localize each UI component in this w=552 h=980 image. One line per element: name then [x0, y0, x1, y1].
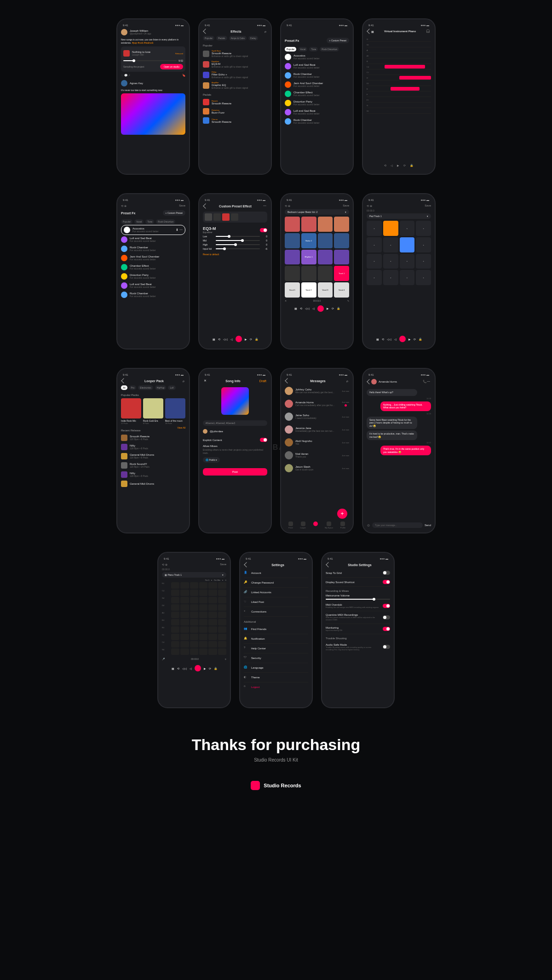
release-item[interactable]: Nifty128 Bpm • 8 Pads: [121, 470, 185, 479]
effect-tabs[interactable]: PopularPedalsAmps & CabsDelay: [203, 35, 267, 41]
message-item[interactable]: Jason SlashGet in touch soonJust now: [285, 462, 349, 475]
seq-cell[interactable]: [180, 590, 189, 596]
beat-pad[interactable]: [285, 266, 300, 281]
seq-cell[interactable]: [208, 582, 217, 589]
seq-cell[interactable]: [190, 582, 198, 589]
seq-cell[interactable]: [199, 597, 207, 603]
seq-cell[interactable]: [199, 590, 207, 596]
settings-item[interactable]: 👥Find Friends: [244, 625, 308, 634]
pad[interactable]: +: [416, 237, 431, 252]
preset-item[interactable]: Rock ChamberFor acoustic sound better: [285, 117, 349, 126]
seq-cell[interactable]: [180, 604, 189, 611]
beat-pad[interactable]: Rhythm 1: [301, 250, 316, 265]
preset-item[interactable]: Distortion PartyFor acoustic sound bette…: [121, 272, 185, 281]
seq-cell[interactable]: [199, 612, 207, 618]
preset-item[interactable]: Lofi and Sad BeatFor acoustic sound bett…: [121, 281, 185, 290]
pad[interactable]: +: [400, 254, 415, 269]
settings-item[interactable]: 🛡Security: [244, 653, 308, 663]
seq-cell[interactable]: [171, 604, 179, 611]
pad[interactable]: +: [416, 254, 431, 269]
beat-pad[interactable]: [334, 217, 349, 232]
eq-toggle[interactable]: [260, 228, 267, 232]
pad[interactable]: +: [416, 221, 431, 236]
seq-cell[interactable]: [218, 597, 226, 603]
seq-cell[interactable]: [180, 597, 189, 603]
pad[interactable]: +: [367, 221, 382, 236]
settings-item[interactable]: 👤Account: [244, 568, 308, 578]
beat-pad[interactable]: Vocal 3: [318, 282, 333, 298]
seq-cell[interactable]: [190, 626, 198, 633]
beat-pad[interactable]: [285, 250, 300, 265]
preset-item[interactable]: Lofi and Sad BeatFor acoustic sound bett…: [285, 108, 349, 117]
reset-button[interactable]: Reset to default: [203, 253, 267, 256]
preset-item[interactable]: Chamber EffectFor acoustic sound better: [285, 89, 349, 98]
seq-cell[interactable]: [190, 590, 198, 596]
pack-card[interactable]: Indie Rock Mix12 Pads: [121, 398, 141, 424]
settings-item[interactable]: +Connections: [244, 607, 308, 617]
seq-cell[interactable]: [208, 590, 217, 596]
beat-pad[interactable]: [334, 250, 349, 265]
beat-pad[interactable]: [285, 217, 300, 232]
release-item[interactable]: Smooth Reeeze120 Bpm • 8 Pads: [121, 433, 185, 442]
beat-pad[interactable]: [301, 217, 316, 232]
send-button[interactable]: Send: [425, 524, 431, 527]
seq-cell[interactable]: [180, 619, 189, 625]
beat-pad[interactable]: [285, 233, 300, 248]
effect-item[interactable]: AmplifierGraphic EQEnhance or adds gift …: [203, 80, 267, 91]
seq-cell[interactable]: [218, 590, 226, 596]
seq-cell[interactable]: [208, 648, 217, 655]
release-item[interactable]: Nifty128 Bpm • 8 Pads: [121, 442, 185, 452]
beat-pad[interactable]: Vocal 2: [301, 282, 316, 298]
preset-item[interactable]: Distortion PartyFor acoustic sound bette…: [285, 98, 349, 108]
seq-cell[interactable]: [208, 604, 217, 611]
preset-item[interactable]: Lofi and Sad BeatFor acoustic sound bett…: [121, 235, 185, 244]
seq-cell[interactable]: [190, 648, 198, 655]
seq-cell[interactable]: [208, 597, 217, 603]
beat-pad[interactable]: [318, 266, 333, 281]
message-item[interactable]: Nial HeranThank youJust now: [285, 449, 349, 462]
seq-cell[interactable]: [180, 626, 189, 633]
preset-item[interactable]: Lofi and Sad BeatFor acoustic sound bett…: [285, 62, 349, 71]
settings-item[interactable]: ◐Theme: [244, 673, 308, 682]
release-item[interactable]: Rock Sound!!!120 Bpm • 24 Pads: [121, 461, 185, 470]
beat-pad[interactable]: [318, 233, 333, 248]
open-studio-button[interactable]: Open on studio: [160, 64, 183, 69]
pack-card[interactable]: Rock Gold Era8 Pads: [143, 398, 163, 424]
seq-cell[interactable]: [218, 634, 226, 640]
search-icon[interactable]: ⌕: [346, 379, 348, 383]
seq-cell[interactable]: [180, 634, 189, 640]
seq-cell[interactable]: [218, 626, 226, 633]
seq-cell[interactable]: [190, 612, 198, 618]
message-input[interactable]: Type your message...: [372, 522, 423, 528]
seq-cell[interactable]: [171, 619, 179, 625]
pad[interactable]: +: [367, 254, 382, 269]
post-author-2[interactable]: Agnes Key: [121, 79, 185, 88]
seq-cell[interactable]: [171, 612, 179, 618]
pad[interactable]: +: [367, 237, 382, 252]
pad[interactable]: +: [400, 270, 415, 285]
seq-cell[interactable]: [171, 648, 179, 655]
pedal-item[interactable]: DistortionBuzz Fuzz: [203, 107, 267, 116]
search-icon[interactable]: ⌕: [264, 30, 266, 33]
seq-cell[interactable]: [171, 634, 179, 640]
seq-cell[interactable]: [190, 634, 198, 640]
message-item[interactable]: Amanda HornsCall me immediately after yo…: [285, 397, 349, 410]
seq-cell[interactable]: [218, 582, 226, 589]
effect-item[interactable]: Synth BassSmooth ReeezeEnhance or adds g…: [203, 48, 267, 59]
seq-cell[interactable]: [180, 648, 189, 655]
seq-cell[interactable]: [199, 626, 207, 633]
preset-item[interactable]: Rock ChamberFor acoustic sound better: [121, 290, 185, 299]
preset-item[interactable]: Jazz And Soul ChamberFor acoustic sound …: [285, 80, 349, 89]
custom-preset-button[interactable]: + Custom Preset: [327, 38, 349, 43]
seq-cell[interactable]: [208, 634, 217, 640]
seq-cell[interactable]: [190, 641, 198, 648]
pedal-item[interactable]: ReverbSmooth Reeeze: [203, 97, 267, 107]
seq-cell[interactable]: [208, 619, 217, 625]
seq-cell[interactable]: [171, 597, 179, 603]
seq-cell[interactable]: [208, 612, 217, 618]
settings-item[interactable]: 🔑Change Password: [244, 578, 308, 588]
pad[interactable]: +: [383, 254, 398, 269]
beat-pad[interactable]: [318, 250, 333, 265]
beat-pad[interactable]: Track 1: [334, 266, 349, 281]
settings-item[interactable]: 🔔Notification: [244, 634, 308, 644]
